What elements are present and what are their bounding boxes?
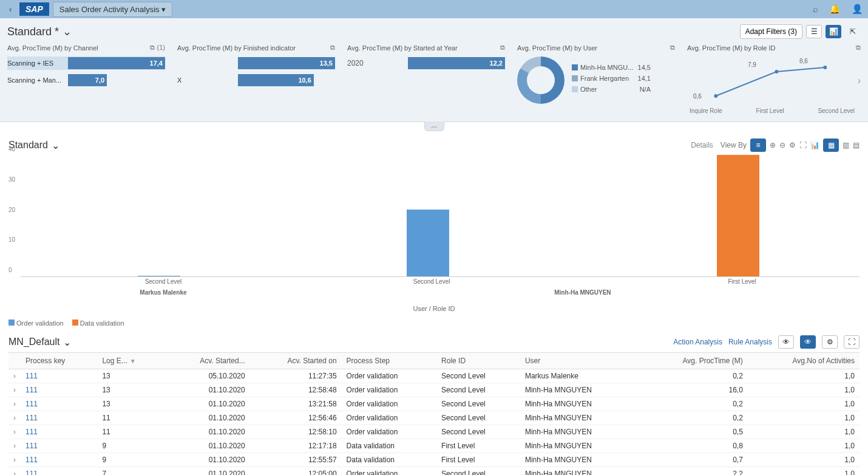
- cell-proc: 0,8: [639, 439, 748, 453]
- cell-log: 11: [97, 425, 164, 439]
- bar-row[interactable]: 2020 12,2: [347, 56, 505, 70]
- expand-cell[interactable]: ›: [8, 439, 21, 453]
- cell-role: Second Level: [436, 467, 520, 476]
- table-row[interactable]: ›111901.10.202012:17:18Data validationFi…: [8, 439, 860, 453]
- user-icon[interactable]: 👤: [852, 4, 863, 15]
- col-act[interactable]: Avg.No of Activities: [748, 353, 860, 369]
- chevron-down-icon: ▾: [161, 5, 166, 14]
- viewby-list-button[interactable]: ≡: [750, 138, 766, 152]
- chart-variant[interactable]: Standard ⌄: [8, 140, 59, 151]
- expand-cell[interactable]: ›: [8, 467, 21, 476]
- col-date[interactable]: Acv. Started...: [164, 353, 250, 369]
- process-key-link[interactable]: 111: [25, 456, 38, 464]
- legend-row[interactable]: Frank Hergarten14,1: [572, 75, 651, 82]
- chart-bar-3[interactable]: [717, 155, 759, 276]
- popout-icon[interactable]: ⧉: [856, 44, 861, 52]
- expand-cell[interactable]: ›: [8, 425, 21, 439]
- bar-row-selected[interactable]: Scanning + IES 17,4: [7, 56, 165, 70]
- kpi-role: Avg. ProcTime (M) by Role ID ⧉ 0,6 7,9 8…: [687, 44, 861, 114]
- expand-cell[interactable]: ›: [8, 453, 21, 467]
- action-analysis-link[interactable]: Action Analysis: [673, 338, 722, 346]
- table-row[interactable]: ›1111301.10.202012:58:48Order validation…: [8, 383, 860, 397]
- process-key-link[interactable]: 111: [25, 386, 38, 394]
- search-icon[interactable]: ⌕: [813, 4, 818, 15]
- adapt-filters-button[interactable]: Adapt Filters (3): [740, 24, 802, 39]
- col-role[interactable]: Role ID: [436, 353, 520, 369]
- col-time[interactable]: Acv. Started on: [250, 353, 342, 369]
- col-user[interactable]: User: [520, 353, 639, 369]
- details-button[interactable]: Details: [691, 141, 713, 149]
- legend-row[interactable]: OtherN/A: [572, 86, 651, 93]
- zoom-in-icon[interactable]: ⊕: [770, 141, 776, 149]
- expand-cell[interactable]: ›: [8, 411, 21, 425]
- cell-key: 111: [21, 411, 97, 425]
- column-chart-icon[interactable]: ▥: [843, 141, 849, 149]
- chart-type-button[interactable]: ▦: [823, 138, 839, 152]
- expand-cell[interactable]: ›: [8, 369, 21, 383]
- cell-time: 12:55:57: [250, 453, 342, 467]
- bar-chart-icon[interactable]: 📊: [810, 141, 819, 149]
- process-key-link[interactable]: 111: [25, 372, 38, 380]
- process-key-link[interactable]: 111: [25, 400, 38, 408]
- expand-cell[interactable]: ›: [8, 397, 21, 411]
- collapse-button[interactable]: ︿: [424, 121, 444, 131]
- main-chart[interactable]: 0 10 20 30 40: [21, 155, 860, 277]
- line-chart[interactable]: 0,6 7,9 8,6: [687, 56, 854, 105]
- table-row[interactable]: ›1111101.10.202012:56:46Order validation…: [8, 411, 860, 425]
- eye-button[interactable]: 👁: [778, 335, 794, 349]
- expand-cell[interactable]: ›: [8, 383, 21, 397]
- chart-bar-2[interactable]: [407, 210, 449, 276]
- chart-bar-1[interactable]: [138, 276, 180, 276]
- table-row[interactable]: ›1111301.10.202013:21:58Order validation…: [8, 397, 860, 411]
- view-by-label: View By: [721, 141, 747, 149]
- col-proc[interactable]: Avg. ProcTime (M): [639, 353, 748, 369]
- legend-row[interactable]: Minh-Ha MNGU...14,5: [572, 64, 651, 71]
- popout-icon[interactable]: ⧉: [670, 44, 675, 52]
- settings-icon[interactable]: ⚙: [789, 141, 796, 149]
- popout-icon[interactable]: ⧉ (1): [150, 44, 165, 52]
- kpi-title: Avg. ProcTime (M) by Started at Year: [347, 44, 458, 52]
- variant-selector[interactable]: Standard * ⌄: [7, 25, 72, 38]
- table-settings-button[interactable]: ⚙: [822, 335, 838, 349]
- cell-proc: 0,2: [639, 369, 748, 383]
- line-val-1: 0,6: [693, 93, 702, 100]
- process-key-link[interactable]: 111: [25, 428, 38, 436]
- process-key-link[interactable]: 111: [25, 442, 38, 450]
- col-step[interactable]: Process Step: [342, 353, 436, 369]
- donut-chart[interactable]: [517, 56, 565, 104]
- bar-row[interactable]: 13,5: [177, 56, 335, 70]
- bar-row[interactable]: Scanning + Man... 7,0: [7, 73, 165, 87]
- bar-track: 7,0: [68, 74, 165, 86]
- process-key-link[interactable]: 111: [25, 414, 38, 422]
- col-process-key[interactable]: Process key: [21, 353, 97, 369]
- back-button[interactable]: ‹: [5, 4, 16, 15]
- table-row[interactable]: ›111701.10.202012:05:00Order validationS…: [8, 467, 860, 476]
- page-title-dropdown[interactable]: Sales Order Activity Analysis ▾: [53, 2, 172, 17]
- filter-icon[interactable]: ▼: [130, 358, 136, 364]
- table-row[interactable]: ›111901.10.202012:55:57Data validationFi…: [8, 453, 860, 467]
- table-fullscreen-button[interactable]: ⛶: [844, 335, 860, 349]
- share-button[interactable]: ⇱: [845, 25, 861, 38]
- popout-icon[interactable]: ⧉: [500, 44, 505, 52]
- rule-analysis-link[interactable]: Rule Analysis: [728, 338, 772, 346]
- eye-off-button[interactable]: 👁: [800, 335, 816, 349]
- table-variant[interactable]: MN_Default ⌄: [8, 337, 71, 348]
- view-list-button[interactable]: ☰: [806, 25, 822, 38]
- line-x-labels: Inquire Role First Level Second Level: [687, 108, 861, 114]
- table-row[interactable]: ›1111305.10.202011:27:35Order validation…: [8, 369, 860, 383]
- bar-row[interactable]: X 10,6: [177, 73, 335, 87]
- fullscreen-icon[interactable]: ⛶: [799, 141, 807, 149]
- collapse-tab: ︿: [0, 121, 868, 131]
- next-icon[interactable]: ›: [858, 75, 861, 86]
- notification-icon[interactable]: 🔔: [829, 4, 841, 15]
- popout-icon[interactable]: ⧉: [330, 44, 335, 52]
- table-actions: Action Analysis Rule Analysis 👁 👁 ⚙ ⛶: [673, 335, 860, 349]
- col-log[interactable]: Log E...▼: [97, 353, 164, 369]
- table-icon[interactable]: ▤: [853, 141, 860, 149]
- zoom-out-icon[interactable]: ⊖: [779, 141, 785, 149]
- process-key-link[interactable]: 111: [25, 470, 38, 475]
- view-chart-button[interactable]: 📊: [826, 25, 841, 38]
- table-row[interactable]: ›1111101.10.202012:58:10Order validation…: [8, 425, 860, 439]
- cell-user: Markus Malenke: [520, 369, 639, 383]
- cell-proc: 0,2: [639, 397, 748, 411]
